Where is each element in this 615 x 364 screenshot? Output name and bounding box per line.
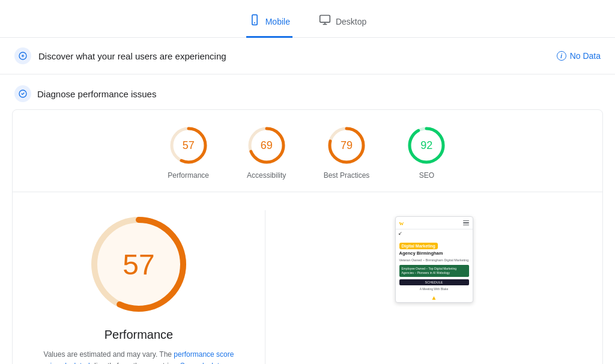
- performance-circle: 57: [168, 124, 210, 166]
- desktop-icon: [319, 14, 331, 29]
- scores-row: 57 Performance 69 Accessibility: [13, 110, 602, 192]
- preview-meeting-text: A Meeting With Blake: [399, 287, 469, 291]
- cursor-icon: ↙: [398, 231, 402, 236]
- large-performance-circle: 57: [85, 210, 193, 318]
- preview-menu-icon: [463, 220, 469, 226]
- preview-logo: w: [399, 219, 404, 226]
- seo-label: SEO: [419, 171, 434, 180]
- diagnose-title: Diagnose performance issues: [37, 89, 156, 99]
- diagnose-header: Diagnose performance issues: [0, 74, 615, 109]
- score-item-best-practices[interactable]: 79 Best Practices: [324, 124, 370, 180]
- website-preview-mockup: w ↙ Digital Marketing Agency Birmingham …: [395, 216, 473, 303]
- best-practices-circle: 79: [326, 124, 368, 166]
- accessibility-value: 69: [261, 139, 273, 152]
- menu-line-1: [463, 220, 469, 222]
- detail-section: 57 Performance Values are estimated and …: [13, 192, 602, 364]
- tab-mobile-label: Mobile: [265, 17, 290, 26]
- preview-body: Digital Marketing Agency Birmingham Vete…: [396, 237, 473, 293]
- accessibility-circle: 69: [246, 124, 288, 166]
- vertical-divider: [265, 210, 265, 364]
- tab-desktop-label: Desktop: [336, 17, 366, 26]
- large-score-area: 57 Performance Values are estimated and …: [37, 210, 241, 364]
- banner-section: Discover what your real users are experi…: [0, 38, 615, 74]
- score-item-seo[interactable]: 92 SEO: [405, 124, 447, 180]
- preview-title: Agency Birmingham: [399, 250, 469, 256]
- tab-bar: Mobile Desktop: [0, 0, 615, 38]
- score-item-accessibility[interactable]: 69 Accessibility: [246, 124, 288, 180]
- svg-rect-2: [320, 16, 330, 23]
- preview-schedule-button: SCHEDULE: [399, 279, 469, 285]
- large-performance-value: 57: [123, 248, 154, 281]
- seo-circle: 92: [405, 124, 447, 166]
- mobile-icon: [249, 14, 261, 29]
- banner-icon: [14, 47, 31, 64]
- no-data-label: No Data: [570, 51, 601, 61]
- preview-green-box: Employee Owned – Top Digital Marketing A…: [399, 265, 469, 277]
- diagnose-icon: [14, 85, 31, 102]
- preview-header: w: [396, 217, 473, 229]
- accessibility-label: Accessibility: [247, 171, 286, 180]
- banner-left: Discover what your real users are experi…: [14, 47, 226, 64]
- score-item-performance[interactable]: 57 Performance: [168, 124, 210, 180]
- preview-arrow: ▲: [396, 293, 473, 302]
- best-practices-value: 79: [341, 139, 353, 152]
- svg-point-6: [22, 55, 24, 57]
- seo-value: 92: [420, 139, 432, 152]
- calculator-link[interactable]: See calculator: [180, 362, 225, 364]
- info-icon: i: [557, 51, 566, 61]
- menu-line-3: [463, 225, 469, 226]
- best-practices-label: Best Practices: [324, 171, 370, 180]
- no-data-badge[interactable]: i No Data: [557, 51, 601, 61]
- large-performance-label: Performance: [105, 328, 174, 342]
- preview-subtitle: Veteran Owned – Birmingham Digital Marke…: [399, 258, 469, 263]
- tab-mobile[interactable]: Mobile: [246, 8, 292, 38]
- banner-text: Discover what your real users are experi…: [38, 51, 226, 61]
- tab-desktop[interactable]: Desktop: [317, 8, 369, 38]
- performance-value: 57: [183, 139, 195, 152]
- score-card: 57 Performance 69 Accessibility: [12, 109, 603, 364]
- menu-line-2: [463, 222, 469, 223]
- performance-label: Performance: [168, 171, 209, 180]
- score-note: Values are estimated and may vary. The p…: [43, 349, 235, 364]
- preview-area: w ↙ Digital Marketing Agency Birmingham …: [289, 210, 578, 364]
- preview-hero-label: Digital Marketing: [399, 243, 438, 249]
